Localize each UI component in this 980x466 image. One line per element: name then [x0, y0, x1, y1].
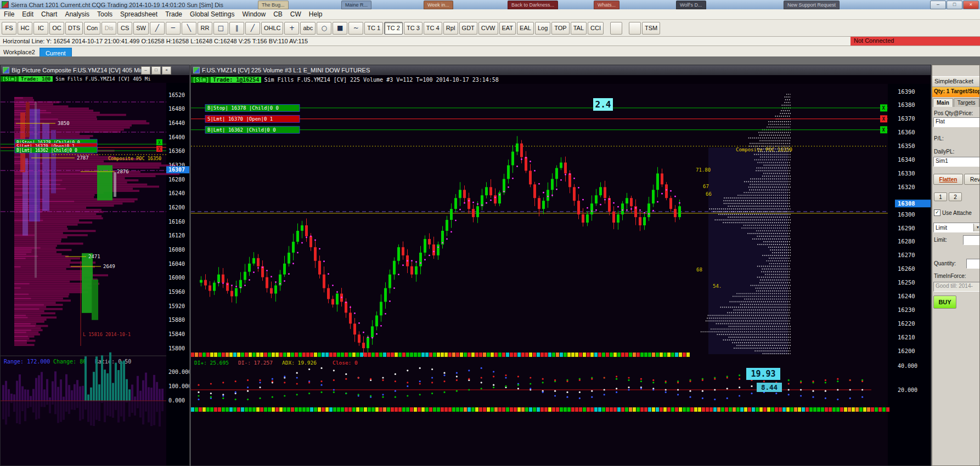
- filled-square-icon[interactable]: ■: [333, 22, 347, 35]
- trade-window-titlebar[interactable]: SimpleBracket: [932, 76, 979, 87]
- toolbar-button-top[interactable]: TOP: [551, 22, 569, 35]
- left-minimize-button[interactable]: –: [141, 66, 150, 75]
- svg-text:16280: 16280: [898, 238, 915, 245]
- crosshair-icon[interactable]: +: [284, 22, 299, 35]
- left-maximize-button[interactable]: □: [151, 66, 161, 75]
- svg-text:16120: 16120: [168, 232, 185, 238]
- tab-main[interactable]: Main: [933, 98, 953, 107]
- minimize-button[interactable]: –: [930, 1, 946, 9]
- menu-cw[interactable]: CW: [286, 10, 305, 19]
- toolbar-button-cs[interactable]: CS: [117, 22, 132, 35]
- toolbar-button-con[interactable]: Con: [84, 22, 100, 35]
- menu-edit[interactable]: Edit: [18, 10, 37, 19]
- toolbar-button-tc-2[interactable]: TC 2: [384, 22, 403, 35]
- toolbar-button-tc-3[interactable]: TC 3: [404, 22, 423, 35]
- toolbar-button-abc[interactable]: abc: [300, 22, 316, 35]
- menu-window[interactable]: Window: [238, 10, 269, 19]
- svg-text:16000: 16000: [168, 275, 185, 281]
- flatten-button[interactable]: Flatten: [933, 174, 963, 185]
- quantity-field[interactable]: [966, 259, 980, 269]
- toolbar-button-ic[interactable]: IC: [33, 22, 48, 35]
- ellipse-icon[interactable]: ○: [317, 22, 331, 35]
- zigzag-icon[interactable]: ~: [348, 22, 363, 35]
- limit-price-field[interactable]: [963, 235, 980, 245]
- toolbar-button-log[interactable]: Log: [535, 22, 550, 35]
- toolbar-button-oc[interactable]: OC: [49, 22, 64, 35]
- limit-label: Limit:: [934, 237, 947, 243]
- reverse-button[interactable]: Rev: [964, 174, 980, 185]
- maximize-button[interactable]: □: [947, 1, 962, 9]
- svg-text:2471: 2471: [88, 254, 100, 259]
- toolbar-button-dis[interactable]: Dis: [102, 22, 116, 35]
- menu-global-settings[interactable]: Global Settings: [186, 10, 238, 19]
- account-field[interactable]: Sim1: [933, 157, 980, 167]
- use-attached-checkbox[interactable]: ✓: [934, 209, 940, 216]
- parallel-lines-icon[interactable]: ∥: [229, 22, 244, 35]
- svg-text:16320: 16320: [898, 184, 915, 190]
- svg-text:16330: 16330: [898, 170, 915, 177]
- svg-text:16340: 16340: [898, 156, 915, 163]
- toolbar-button-cci[interactable]: CCI: [588, 22, 604, 35]
- toolbar-button-sw[interactable]: SW: [133, 22, 149, 35]
- toolbar-button-tal[interactable]: TAL: [571, 22, 587, 35]
- chevron-down-icon[interactable]: ▼: [973, 224, 980, 231]
- left-chart-surface[interactable]: 38502787287624712649Composite POC 16350B…: [1, 83, 190, 466]
- qty-2-button[interactable]: 2: [949, 192, 962, 201]
- horizontal-line-icon[interactable]: ─: [166, 22, 181, 35]
- svg-text:16040: 16040: [168, 261, 185, 267]
- ray-icon[interactable]: ╱: [245, 22, 260, 35]
- qty-1-button[interactable]: 1: [934, 192, 947, 201]
- left-close-button[interactable]: ×: [162, 66, 171, 75]
- menu-cb[interactable]: CB: [269, 10, 286, 19]
- svg-text:67: 67: [703, 184, 709, 189]
- position-field[interactable]: Flat: [933, 117, 980, 127]
- svg-text:16290: 16290: [898, 225, 915, 231]
- toolbar-button-tsm[interactable]: TSM: [642, 22, 660, 35]
- tif-field[interactable]: Good till: 2014-: [933, 282, 980, 292]
- svg-text:3850: 3850: [58, 121, 70, 126]
- rectangle-icon[interactable]: □: [213, 22, 228, 35]
- order-type-select[interactable]: Limit ▼: [933, 223, 980, 232]
- toolbar-button-eal[interactable]: EAL: [517, 22, 534, 35]
- left-chart-titlebar[interactable]: Big Picture Composite F.US.YMZ14 [CV] 40…: [1, 65, 189, 75]
- trade-window: SimpleBracket Qty: 1 Target/Stop Main Ta…: [932, 65, 980, 466]
- menu-file[interactable]: File: [0, 10, 18, 19]
- tab-targets[interactable]: Targets: [954, 98, 979, 107]
- menu-spreadsheet[interactable]: Spreadsheet: [116, 10, 161, 19]
- extending-line-icon[interactable]: ╲: [182, 22, 196, 35]
- menu-tools[interactable]: Tools: [93, 10, 116, 19]
- menu-analysis[interactable]: Analysis: [61, 10, 93, 19]
- menu-help[interactable]: Help: [305, 10, 326, 19]
- toolbar-button-rpl[interactable]: Rpl: [443, 22, 458, 35]
- toolbar-button-rr[interactable]: RR: [198, 22, 212, 35]
- main-chart-title: F.US.YMZ14 [CV] 225 Volume #3 L:1 E_MINI…: [202, 67, 370, 73]
- workspace-label[interactable]: Workplace2: [0, 49, 40, 55]
- main-chart-surface[interactable]: Composite POC 1635071.8067666854.B|Stop|…: [191, 84, 931, 466]
- trendline-icon[interactable]: ╱: [150, 22, 165, 35]
- toolbar-button-cvw[interactable]: CVW: [478, 22, 498, 35]
- main-chart-titlebar[interactable]: F.US.YMZ14 [CV] 225 Volume #3 L:1 E_MINI…: [191, 65, 931, 75]
- toolbar-button-blank[interactable]: [629, 22, 641, 35]
- menu-trade[interactable]: Trade: [161, 10, 186, 19]
- toolbar-button-tc-4[interactable]: TC 4: [424, 22, 442, 35]
- svg-text:16390: 16390: [898, 88, 915, 95]
- toolbar-button-eat[interactable]: EAT: [499, 22, 516, 35]
- toolbar-button-tc-1[interactable]: TC 1: [364, 22, 383, 35]
- trade-qty-header: Qty: 1 Target/Stop: [932, 87, 979, 97]
- toolbar-button-blank[interactable]: [610, 22, 622, 35]
- svg-text:2787: 2787: [77, 155, 89, 161]
- connection-status: Not Connected: [851, 37, 980, 46]
- menu-chart[interactable]: Chart: [37, 10, 61, 19]
- svg-text:16360: 16360: [168, 148, 185, 154]
- toolbar-button-gdt[interactable]: GDT: [459, 22, 477, 35]
- svg-text:DI+: 25.695: DI+: 25.695: [194, 360, 229, 366]
- toolbar-button-dts[interactable]: DTS: [65, 22, 83, 35]
- titlebar[interactable]: Sierra Chart 1201 Current.cht CQG Tradin…: [0, 0, 980, 9]
- buy-button[interactable]: BUY: [933, 295, 956, 309]
- close-button[interactable]: ×: [963, 1, 979, 9]
- toolbar-button-ohlc[interactable]: OHLC: [261, 22, 284, 35]
- svg-text:16260: 16260: [898, 265, 915, 272]
- toolbar-button-hc[interactable]: HC: [18, 22, 32, 35]
- svg-text:2649: 2649: [103, 264, 115, 269]
- toolbar-button-fs[interactable]: FS: [2, 22, 16, 35]
